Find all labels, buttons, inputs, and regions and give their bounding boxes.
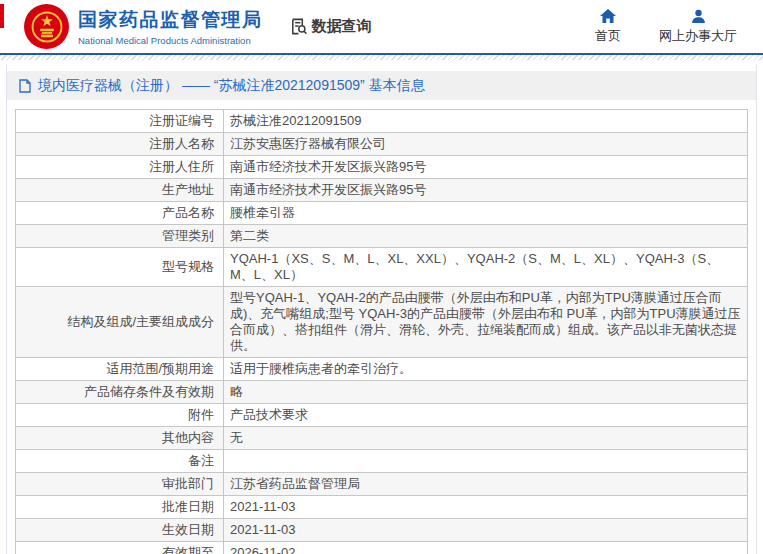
home-icon [600, 9, 616, 24]
content-area: 境内医疗器械（注册） —— “苏械注准20212091509” 基本信息 注册证… [6, 64, 757, 554]
row-value: 江苏安惠医疗器械有限公司 [224, 133, 747, 155]
data-query-nav[interactable]: 数据查询 [289, 17, 372, 36]
row-value: 2026-11-02 [224, 542, 747, 554]
red-strip [0, 4, 4, 28]
data-query-label: 数据查询 [312, 17, 372, 36]
table-row: 审批部门江苏省药品监督管理局 [16, 473, 747, 496]
table-row: 适用范围/预期用途适用于腰椎病患者的牵引治疗。 [16, 358, 747, 381]
top-nav: 首页 网上办事大厅 [595, 9, 737, 45]
row-value: 无 [224, 427, 747, 449]
row-value: 产品技术要求 [224, 404, 747, 426]
page: 国家药品监督管理局 National Medical Products Admi… [0, 0, 763, 554]
table-row: 产品名称腰椎牵引器 [16, 202, 747, 225]
table-row: 管理类别第二类 [16, 225, 747, 248]
row-value: 南通市经济技术开发区振兴路95号 [224, 179, 747, 201]
agency-subtitle: National Medical Products Administration [78, 35, 263, 46]
row-label: 注册人住所 [16, 156, 224, 178]
row-label: 产品储存条件及有效期 [16, 381, 224, 403]
national-emblem-icon [24, 4, 69, 49]
row-label: 注册人名称 [16, 133, 224, 155]
row-value [224, 450, 747, 472]
table-row: 型号规格YQAH-1（XS、S、M、L、XL、XXL）、YQAH-2（S、M、L… [16, 248, 747, 287]
row-label: 型号规格 [16, 248, 224, 286]
row-label: 适用范围/预期用途 [16, 358, 224, 380]
row-label: 其他内容 [16, 427, 224, 449]
document-icon [19, 79, 31, 93]
row-label: 生效日期 [16, 519, 224, 541]
row-label: 有效期至 [16, 542, 224, 554]
row-label: 附件 [16, 404, 224, 426]
row-value: 2021-11-03 [224, 519, 747, 541]
row-label: 审批部门 [16, 473, 224, 495]
row-value: 适用于腰椎病患者的牵引治疗。 [224, 358, 747, 380]
info-table: 注册证编号苏械注准20212091509注册人名称江苏安惠医疗器械有限公司注册人… [15, 109, 748, 554]
table-row: 注册人名称江苏安惠医疗器械有限公司 [16, 133, 747, 156]
row-value: YQAH-1（XS、S、M、L、XL、XXL）、YQAH-2（S、M、L、XL）… [224, 248, 747, 286]
nav-home-label: 首页 [595, 27, 621, 45]
row-value: 苏械注准20212091509 [224, 110, 747, 132]
row-value: 型号YQAH-1、YQAH-2的产品由腰带（外层由布和PU革，内部为TPU薄膜通… [224, 287, 747, 357]
row-label: 注册证编号 [16, 110, 224, 132]
breadcrumb-text: 境内医疗器械（注册） —— “苏械注准20212091509” 基本信息 [38, 77, 425, 95]
breadcrumb: 境内医疗器械（注册） —— “苏械注准20212091509” 基本信息 [7, 71, 756, 100]
table-row: 批准日期2021-11-03 [16, 496, 747, 519]
document-search-icon [289, 17, 308, 36]
table-row: 其他内容无 [16, 427, 747, 450]
nav-service-hall[interactable]: 网上办事大厅 [659, 9, 737, 45]
row-label: 产品名称 [16, 202, 224, 224]
row-value: 第二类 [224, 225, 747, 247]
row-label: 管理类别 [16, 225, 224, 247]
table-row: 产品储存条件及有效期略 [16, 381, 747, 404]
row-value: 腰椎牵引器 [224, 202, 747, 224]
hatch-divider [0, 55, 763, 60]
row-label: 生产地址 [16, 179, 224, 201]
table-row: 注册人住所南通市经济技术开发区振兴路95号 [16, 156, 747, 179]
agency-title-block: 国家药品监督管理局 National Medical Products Admi… [78, 7, 263, 46]
row-value: 江苏省药品监督管理局 [224, 473, 747, 495]
row-value: 2021-11-03 [224, 496, 747, 518]
table-row: 生产地址南通市经济技术开发区振兴路95号 [16, 179, 747, 202]
site-header: 国家药品监督管理局 National Medical Products Admi… [0, 0, 763, 55]
table-row: 备注 [16, 450, 747, 473]
table-row: 生效日期2021-11-03 [16, 519, 747, 542]
row-value: 南通市经济技术开发区振兴路95号 [224, 156, 747, 178]
row-label: 结构及组成/主要组成成分 [16, 287, 224, 357]
row-value: 略 [224, 381, 747, 403]
agency-title: 国家药品监督管理局 [78, 7, 263, 33]
nav-service-hall-label: 网上办事大厅 [659, 27, 737, 45]
row-label: 备注 [16, 450, 224, 472]
row-label: 批准日期 [16, 496, 224, 518]
table-row: 有效期至2026-11-02 [16, 542, 747, 554]
table-row: 注册证编号苏械注准20212091509 [16, 110, 747, 133]
user-icon [691, 9, 706, 24]
table-row: 结构及组成/主要组成成分型号YQAH-1、YQAH-2的产品由腰带（外层由布和P… [16, 287, 747, 358]
table-row: 附件产品技术要求 [16, 404, 747, 427]
nav-home[interactable]: 首页 [595, 9, 621, 45]
